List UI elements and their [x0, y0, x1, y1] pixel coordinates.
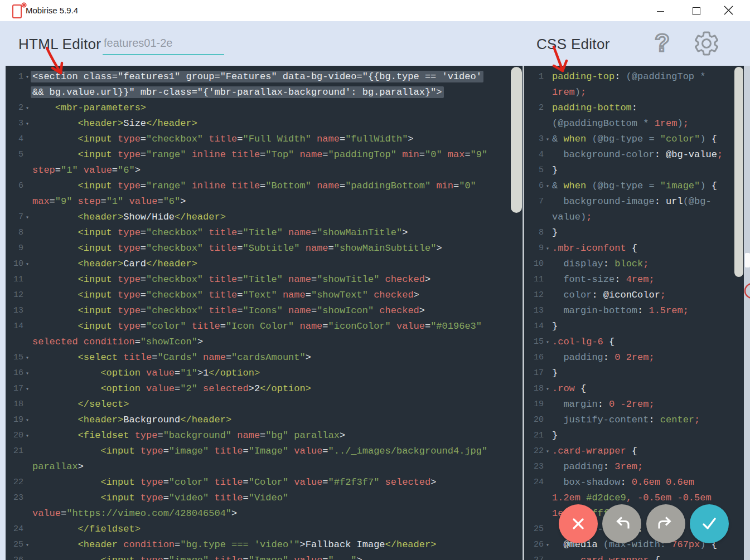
- code-line[interactable]: 2▾ <mbr-parameters>: [6, 100, 522, 116]
- code-line[interactable]: 20▾ <fieldset type="background" name="bg…: [6, 428, 522, 444]
- code-line[interactable]: 13 <input type="checkbox" title="Icons" …: [6, 303, 522, 319]
- code-line[interactable]: && bg.value.url}}" mbr-class="{'mbr-para…: [6, 85, 522, 100]
- code-line[interactable]: 15▾.col-lg-6 {: [524, 334, 744, 350]
- code-line[interactable]: 8}: [524, 225, 744, 241]
- code-line[interactable]: 7▾ <header>Show/Hide</header>: [6, 210, 522, 225]
- code-line[interactable]: 16▾ <option value="1">1</option>: [6, 366, 522, 381]
- check-icon: [699, 514, 719, 534]
- code-line[interactable]: 1.2em #d2dce9, -0.5em -0.5em: [524, 490, 744, 506]
- fold-arrow-icon[interactable]: ▾: [26, 382, 29, 397]
- code-line[interactable]: 5 <input type="range" inline title="Top"…: [6, 147, 522, 163]
- code-token: value: [288, 477, 322, 488]
- css-code-pane[interactable]: 1padding-top: (@paddingTop *1rem);2paddi…: [524, 66, 744, 560]
- code-line[interactable]: 23 padding: 3rem;: [524, 459, 744, 475]
- code-line[interactable]: selected condition="showIcon">: [6, 334, 522, 350]
- code-line[interactable]: 22 <input type="color" title="Color" val…: [6, 475, 522, 490]
- code-line[interactable]: 24 box-shadow: 0.6em 0.6em: [524, 475, 744, 490]
- fold-arrow-icon[interactable]: ▾: [546, 241, 549, 257]
- code-token: }: [552, 321, 558, 332]
- code-line[interactable]: 3▾& when (@bg-type = "color") {: [524, 132, 744, 147]
- close-button[interactable]: [724, 6, 733, 15]
- code-line[interactable]: 5}: [524, 163, 744, 178]
- code-line[interactable]: 6▾& when (@bg-type = "image") {: [524, 178, 744, 194]
- redo-button[interactable]: [646, 504, 685, 543]
- code-line[interactable]: step="1" value="6">: [6, 163, 522, 178]
- code-line[interactable]: parallax>: [6, 459, 522, 475]
- fold-arrow-icon[interactable]: ▾: [546, 179, 549, 194]
- code-line[interactable]: 1rem);: [524, 85, 744, 100]
- code-line[interactable]: 19▾ <header>Background</header>: [6, 412, 522, 428]
- fold-arrow-icon[interactable]: ▾: [26, 350, 29, 366]
- code-line[interactable]: 12 <input type="checkbox" title="Text" n…: [6, 288, 522, 303]
- code-token: (@bg-type =: [586, 181, 654, 191]
- code-line[interactable]: 17}: [524, 366, 744, 381]
- fold-arrow-icon[interactable]: ▾: [26, 210, 29, 226]
- html-editor-scrollbar[interactable]: [511, 67, 522, 213]
- fold-arrow-icon[interactable]: ▾: [546, 335, 549, 350]
- apply-button[interactable]: [690, 504, 729, 543]
- code-line[interactable]: 27 .card-wrapper {: [524, 553, 744, 560]
- block-name-input[interactable]: [103, 37, 224, 55]
- code-line[interactable]: 8 <input type="checkbox" title="Title" n…: [6, 225, 522, 241]
- code-line[interactable]: value);: [524, 210, 744, 225]
- settings-gear-icon[interactable]: [693, 30, 720, 57]
- code-line[interactable]: 10 display: block;: [524, 256, 744, 272]
- code-line[interactable]: 18▾.row {: [524, 381, 744, 397]
- fold-arrow-icon[interactable]: ▾: [26, 366, 29, 382]
- code-line[interactable]: 21 <input type="image" title="Image" val…: [6, 444, 522, 459]
- code-line[interactable]: 13 margin-bottom: 1.5rem;: [524, 303, 744, 319]
- code-line[interactable]: 16 padding: 0 2rem;: [524, 350, 744, 366]
- code-line[interactable]: 26 <input type="image" title="Image" val…: [6, 553, 522, 560]
- code-line[interactable]: 18 </select>: [6, 397, 522, 412]
- fold-arrow-icon[interactable]: ▾: [26, 538, 29, 553]
- fold-arrow-icon[interactable]: ▾: [26, 428, 29, 444]
- code-line[interactable]: 17▾ <option value="2" selected>2</option…: [6, 381, 522, 397]
- code-line[interactable]: 20 justify-content: center;: [524, 412, 744, 428]
- fold-arrow-icon[interactable]: ▾: [546, 132, 549, 148]
- code-line[interactable]: 12 color: @iconColor;: [524, 288, 744, 303]
- code-line[interactable]: 25▾ <header condition="bg.type === 'vide…: [6, 537, 522, 553]
- fold-arrow-icon[interactable]: ▾: [546, 538, 549, 553]
- code-line[interactable]: 21}: [524, 428, 744, 444]
- code-line[interactable]: 9 <input type="checkbox" title="Subtitle…: [6, 241, 522, 256]
- fold-arrow-icon[interactable]: ▾: [26, 257, 29, 272]
- code-line[interactable]: max="9" step="1" value="6">: [6, 194, 522, 210]
- help-icon[interactable]: ?: [655, 29, 670, 57]
- code-line[interactable]: 15▾ <select title="Cards" name="cardsAmo…: [6, 350, 522, 366]
- discard-button[interactable]: [559, 504, 598, 543]
- code-line[interactable]: 23 <input type="video" title="Video": [6, 490, 522, 506]
- minimize-button[interactable]: [657, 11, 664, 12]
- fold-arrow-icon[interactable]: ▾: [26, 101, 29, 116]
- fold-arrow-icon[interactable]: ▾: [26, 70, 29, 85]
- code-token: "bg": [265, 430, 288, 441]
- fold-arrow-icon[interactable]: ▾: [546, 444, 549, 460]
- maximize-button[interactable]: [693, 7, 700, 15]
- code-line[interactable]: (@paddingBottom * 1rem);: [524, 116, 744, 132]
- code-line[interactable]: 11 <input type="checkbox" title="Title" …: [6, 272, 522, 288]
- code-line[interactable]: 2padding-bottom:: [524, 100, 744, 116]
- code-line[interactable]: 7 background-image: url(@bg-: [524, 194, 744, 210]
- code-line[interactable]: 4 background-color: @bg-value;: [524, 147, 744, 163]
- code-line[interactable]: 9▾.mbr-iconfont {: [524, 241, 744, 256]
- fold-arrow-icon[interactable]: ▾: [26, 116, 29, 132]
- fold-arrow-icon[interactable]: ▾: [26, 413, 29, 428]
- code-line[interactable]: 14}: [524, 319, 744, 334]
- undo-button[interactable]: [602, 504, 641, 543]
- code-line[interactable]: 22▾.card-wrapper {: [524, 444, 744, 459]
- code-line[interactable]: 3▾ <header>Size</header>: [6, 116, 522, 132]
- code-line[interactable]: 19 margin: 0 -2rem;: [524, 397, 744, 412]
- code-line[interactable]: value="https://vimeo.com/428046504">: [6, 506, 522, 522]
- code-line[interactable]: 4 <input type="checkbox" title="Full Wid…: [6, 132, 522, 147]
- html-code-pane[interactable]: 1▾<section class="features1" group="Feat…: [6, 66, 522, 560]
- code-line[interactable]: 11 font-size: 4rem;: [524, 272, 744, 288]
- code-line[interactable]: 10▾ <header>Card</header>: [6, 256, 522, 272]
- css-editor-scrollbar[interactable]: [734, 67, 743, 277]
- fold-arrow-icon[interactable]: ▾: [546, 382, 549, 397]
- code-line[interactable]: 24 </fieldset>: [6, 522, 522, 537]
- css-editor-label: CSS Editor: [536, 36, 610, 53]
- code-line[interactable]: 1padding-top: (@paddingTop *: [524, 69, 744, 85]
- code-token: =: [112, 165, 118, 176]
- code-line[interactable]: 14 <input type="color" title="Icon Color…: [6, 319, 522, 334]
- code-line[interactable]: 1▾<section class="features1" group="Feat…: [6, 69, 522, 85]
- code-line[interactable]: 6 <input type="range" inline title="Bott…: [6, 178, 522, 194]
